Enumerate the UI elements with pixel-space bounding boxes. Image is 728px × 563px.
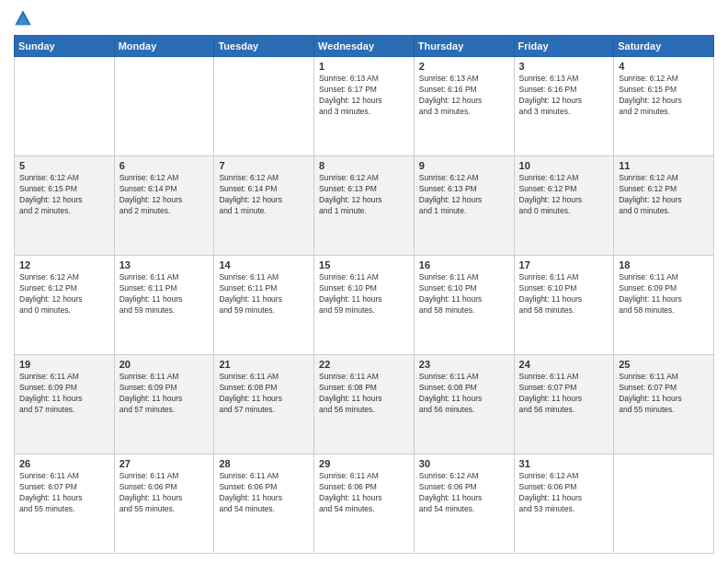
calendar-cell: 5Sunrise: 6:12 AM Sunset: 6:15 PM Daylig… <box>15 156 115 256</box>
day-info: Sunrise: 6:11 AM Sunset: 6:07 PM Dayligh… <box>519 372 609 416</box>
calendar-cell: 31Sunrise: 6:12 AM Sunset: 6:06 PM Dayli… <box>514 454 614 554</box>
day-number: 28 <box>219 458 309 469</box>
day-info: Sunrise: 6:11 AM Sunset: 6:08 PM Dayligh… <box>219 372 309 416</box>
calendar-cell: 20Sunrise: 6:11 AM Sunset: 6:09 PM Dayli… <box>114 355 214 454</box>
day-info: Sunrise: 6:11 AM Sunset: 6:06 PM Dayligh… <box>219 471 309 515</box>
day-header-thursday: Thursday <box>414 36 514 57</box>
day-header-monday: Monday <box>114 36 214 57</box>
logo <box>14 9 36 28</box>
calendar-cell: 13Sunrise: 6:11 AM Sunset: 6:11 PM Dayli… <box>114 256 214 355</box>
day-info: Sunrise: 6:12 AM Sunset: 6:12 PM Dayligh… <box>19 272 109 316</box>
day-number: 19 <box>19 359 109 370</box>
day-info: Sunrise: 6:12 AM Sunset: 6:13 PM Dayligh… <box>319 173 409 217</box>
day-header-tuesday: Tuesday <box>214 36 314 57</box>
day-number: 25 <box>619 359 709 370</box>
day-number: 23 <box>419 359 509 370</box>
calendar-cell: 1Sunrise: 6:13 AM Sunset: 6:17 PM Daylig… <box>314 57 415 156</box>
day-info: Sunrise: 6:12 AM Sunset: 6:12 PM Dayligh… <box>619 173 709 217</box>
calendar-cell: 2Sunrise: 6:13 AM Sunset: 6:16 PM Daylig… <box>414 57 514 156</box>
day-number: 16 <box>419 259 509 270</box>
calendar-cell: 26Sunrise: 6:11 AM Sunset: 6:07 PM Dayli… <box>15 454 115 554</box>
day-number: 1 <box>319 61 409 72</box>
calendar-cell: 23Sunrise: 6:11 AM Sunset: 6:08 PM Dayli… <box>414 355 514 454</box>
day-info: Sunrise: 6:12 AM Sunset: 6:15 PM Dayligh… <box>619 74 709 118</box>
calendar-cell <box>15 57 115 156</box>
calendar-cell: 28Sunrise: 6:11 AM Sunset: 6:06 PM Dayli… <box>214 454 314 554</box>
calendar-cell: 8Sunrise: 6:12 AM Sunset: 6:13 PM Daylig… <box>314 156 415 256</box>
day-number: 12 <box>19 259 109 270</box>
day-info: Sunrise: 6:12 AM Sunset: 6:14 PM Dayligh… <box>219 173 309 217</box>
day-number: 18 <box>619 259 709 270</box>
day-info: Sunrise: 6:12 AM Sunset: 6:13 PM Dayligh… <box>419 173 509 217</box>
day-number: 7 <box>219 160 309 171</box>
day-header-saturday: Saturday <box>614 36 714 57</box>
day-number: 26 <box>19 458 109 469</box>
day-info: Sunrise: 6:11 AM Sunset: 6:09 PM Dayligh… <box>619 272 709 316</box>
calendar-cell: 15Sunrise: 6:11 AM Sunset: 6:10 PM Dayli… <box>314 256 415 355</box>
logo-icon <box>14 9 32 28</box>
calendar-cell: 6Sunrise: 6:12 AM Sunset: 6:14 PM Daylig… <box>114 156 214 256</box>
day-info: Sunrise: 6:11 AM Sunset: 6:10 PM Dayligh… <box>319 272 409 316</box>
day-info: Sunrise: 6:12 AM Sunset: 6:06 PM Dayligh… <box>519 471 609 515</box>
calendar-cell: 18Sunrise: 6:11 AM Sunset: 6:09 PM Dayli… <box>614 256 714 355</box>
day-info: Sunrise: 6:11 AM Sunset: 6:09 PM Dayligh… <box>119 372 210 416</box>
day-header-sunday: Sunday <box>15 36 115 57</box>
day-number: 15 <box>319 259 409 270</box>
calendar-cell: 14Sunrise: 6:11 AM Sunset: 6:11 PM Dayli… <box>214 256 314 355</box>
day-info: Sunrise: 6:11 AM Sunset: 6:10 PM Dayligh… <box>419 272 509 316</box>
day-info: Sunrise: 6:11 AM Sunset: 6:08 PM Dayligh… <box>319 372 409 416</box>
day-number: 6 <box>119 160 210 171</box>
day-number: 8 <box>319 160 409 171</box>
day-number: 29 <box>319 458 409 469</box>
header <box>14 9 714 28</box>
calendar-cell: 11Sunrise: 6:12 AM Sunset: 6:12 PM Dayli… <box>614 156 714 256</box>
day-info: Sunrise: 6:11 AM Sunset: 6:09 PM Dayligh… <box>19 372 109 416</box>
calendar-cell <box>214 57 314 156</box>
calendar-cell: 3Sunrise: 6:13 AM Sunset: 6:16 PM Daylig… <box>514 57 614 156</box>
calendar-week-5: 26Sunrise: 6:11 AM Sunset: 6:07 PM Dayli… <box>15 454 714 554</box>
day-info: Sunrise: 6:12 AM Sunset: 6:12 PM Dayligh… <box>519 173 609 217</box>
day-header-friday: Friday <box>514 36 614 57</box>
day-number: 27 <box>119 458 210 469</box>
calendar-cell <box>614 454 714 554</box>
day-number: 13 <box>119 259 210 270</box>
calendar-cell: 30Sunrise: 6:12 AM Sunset: 6:06 PM Dayli… <box>414 454 514 554</box>
calendar-cell: 25Sunrise: 6:11 AM Sunset: 6:07 PM Dayli… <box>614 355 714 454</box>
calendar-table: SundayMondayTuesdayWednesdayThursdayFrid… <box>14 35 714 554</box>
calendar-cell: 12Sunrise: 6:12 AM Sunset: 6:12 PM Dayli… <box>15 256 115 355</box>
day-info: Sunrise: 6:12 AM Sunset: 6:06 PM Dayligh… <box>419 471 509 515</box>
calendar-week-3: 12Sunrise: 6:12 AM Sunset: 6:12 PM Dayli… <box>15 256 714 355</box>
calendar-cell: 7Sunrise: 6:12 AM Sunset: 6:14 PM Daylig… <box>214 156 314 256</box>
day-info: Sunrise: 6:11 AM Sunset: 6:11 PM Dayligh… <box>219 272 309 316</box>
calendar-cell: 19Sunrise: 6:11 AM Sunset: 6:09 PM Dayli… <box>15 355 115 454</box>
day-info: Sunrise: 6:12 AM Sunset: 6:14 PM Dayligh… <box>119 173 210 217</box>
day-info: Sunrise: 6:11 AM Sunset: 6:11 PM Dayligh… <box>119 272 210 316</box>
calendar-week-2: 5Sunrise: 6:12 AM Sunset: 6:15 PM Daylig… <box>15 156 714 256</box>
calendar-cell <box>114 57 214 156</box>
day-info: Sunrise: 6:11 AM Sunset: 6:08 PM Dayligh… <box>419 372 509 416</box>
calendar-cell: 16Sunrise: 6:11 AM Sunset: 6:10 PM Dayli… <box>414 256 514 355</box>
calendar-week-4: 19Sunrise: 6:11 AM Sunset: 6:09 PM Dayli… <box>15 355 714 454</box>
day-info: Sunrise: 6:11 AM Sunset: 6:06 PM Dayligh… <box>319 471 409 515</box>
day-number: 22 <box>319 359 409 370</box>
day-info: Sunrise: 6:12 AM Sunset: 6:15 PM Dayligh… <box>19 173 109 217</box>
day-number: 31 <box>519 458 609 469</box>
day-number: 5 <box>19 160 109 171</box>
day-number: 10 <box>519 160 609 171</box>
day-number: 3 <box>519 61 609 72</box>
day-number: 2 <box>419 61 509 72</box>
day-number: 11 <box>619 160 709 171</box>
day-info: Sunrise: 6:13 AM Sunset: 6:17 PM Dayligh… <box>319 74 409 118</box>
day-number: 9 <box>419 160 509 171</box>
day-number: 30 <box>419 458 509 469</box>
calendar-cell: 22Sunrise: 6:11 AM Sunset: 6:08 PM Dayli… <box>314 355 415 454</box>
day-info: Sunrise: 6:11 AM Sunset: 6:10 PM Dayligh… <box>519 272 609 316</box>
calendar-cell: 29Sunrise: 6:11 AM Sunset: 6:06 PM Dayli… <box>314 454 415 554</box>
day-number: 20 <box>119 359 210 370</box>
calendar-week-1: 1Sunrise: 6:13 AM Sunset: 6:17 PM Daylig… <box>15 57 714 156</box>
day-number: 4 <box>619 61 709 72</box>
calendar-cell: 21Sunrise: 6:11 AM Sunset: 6:08 PM Dayli… <box>214 355 314 454</box>
calendar-cell: 27Sunrise: 6:11 AM Sunset: 6:06 PM Dayli… <box>114 454 214 554</box>
day-number: 14 <box>219 259 309 270</box>
day-header-wednesday: Wednesday <box>314 36 415 57</box>
